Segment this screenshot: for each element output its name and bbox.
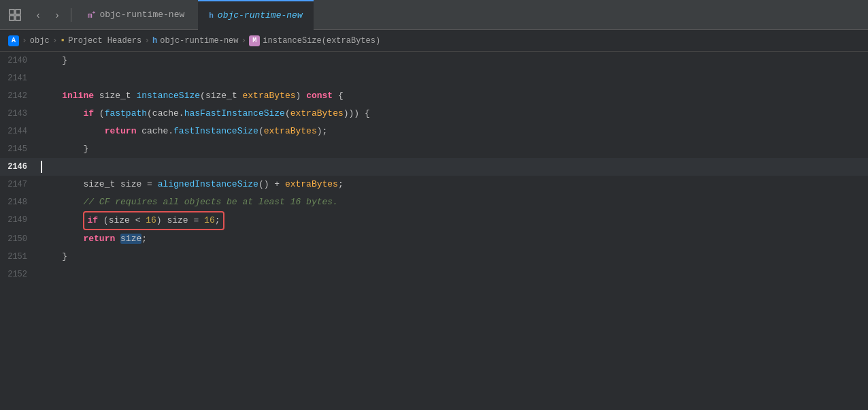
breadcrumb-project-headers[interactable]: Project Headers bbox=[68, 36, 141, 46]
line-num-2141: 2141 bbox=[0, 69, 38, 87]
code-line-2148: 2148 // CF requires all objects be at le… bbox=[0, 193, 868, 211]
line-content-2146 bbox=[38, 158, 868, 176]
line-content-2140: } bbox=[38, 52, 868, 69]
code-line-2151: 2151 } bbox=[0, 248, 868, 266]
code-line-2140: 2140 } bbox=[0, 52, 868, 69]
code-area: 2140 } 2141 2142 inline size_t instanceS… bbox=[0, 52, 868, 410]
line-content-2152 bbox=[38, 266, 868, 283]
breadcrumb-bar: A › objc › ▪ Project Headers › h objc-ru… bbox=[0, 30, 868, 52]
tab-h-label: objc-runtime-new bbox=[218, 10, 303, 20]
breadcrumb-filename[interactable]: objc-runtime-new bbox=[160, 36, 238, 46]
sep3: › bbox=[144, 35, 150, 46]
svg-rect-2 bbox=[10, 16, 14, 20]
line-num-2147: 2147 bbox=[0, 176, 38, 193]
line-num-2140: 2140 bbox=[0, 52, 38, 69]
breadcrumb-m-badge: M bbox=[249, 35, 260, 46]
code-line-2147: 2147 size_t size = alignedInstanceSize()… bbox=[0, 176, 868, 193]
sep4: › bbox=[241, 35, 247, 46]
line-num-2149: 2149 bbox=[0, 211, 38, 230]
code-line-2146: 2146 bbox=[0, 158, 868, 176]
svg-rect-1 bbox=[16, 10, 20, 14]
sep2: › bbox=[52, 35, 58, 46]
breadcrumb-method[interactable]: instanceSize(extraBytes) bbox=[263, 36, 380, 46]
code-line-2150: 2150 return size; bbox=[0, 230, 868, 248]
line-num-2142: 2142 bbox=[0, 87, 38, 105]
line-num-2151: 2151 bbox=[0, 248, 38, 266]
forward-button[interactable]: › bbox=[49, 7, 65, 23]
code-line-2144: 2144 return cache.fastInstanceSize(extra… bbox=[0, 123, 868, 140]
line-num-2145: 2145 bbox=[0, 140, 38, 158]
sep1: › bbox=[22, 35, 27, 46]
line-num-2152: 2152 bbox=[0, 266, 38, 283]
folder-icon: ▪ bbox=[60, 35, 65, 46]
code-line-2149: 2149 if (size < 16) size = 16; bbox=[0, 211, 868, 230]
line-num-2148: 2148 bbox=[0, 193, 38, 211]
line-content-2151: } bbox=[38, 248, 868, 266]
line-num-2143: 2143 bbox=[0, 105, 38, 123]
line-content-2145: } bbox=[38, 140, 868, 158]
red-box-highlight: if (size < 16) size = 16; bbox=[83, 211, 224, 230]
svg-rect-0 bbox=[10, 10, 14, 14]
tab-m-file[interactable]: m+ objc-runtime-new bbox=[77, 0, 195, 30]
app-icon: A bbox=[8, 35, 19, 46]
line-content-2142: inline size_t instanceSize(size_t extraB… bbox=[38, 87, 868, 105]
code-line-2143: 2143 if (fastpath(cache.hasFastInstanceS… bbox=[0, 105, 868, 123]
line-content-2147: size_t size = alignedInstanceSize() + ex… bbox=[38, 176, 868, 193]
title-bar: ‹ › m+ objc-runtime-new h objc-runtime-n… bbox=[0, 0, 868, 30]
line-num-2146: 2146 bbox=[0, 158, 38, 176]
svg-rect-3 bbox=[16, 16, 20, 20]
back-button[interactable]: ‹ bbox=[30, 7, 46, 23]
tab-m-icon: m+ bbox=[88, 10, 95, 20]
line-num-2144: 2144 bbox=[0, 123, 38, 140]
code-line-2141: 2141 bbox=[0, 69, 868, 87]
line-content-2150: return size; bbox=[38, 230, 868, 248]
tab-m-label: objc-runtime-new bbox=[99, 10, 184, 20]
breadcrumb-objc[interactable]: objc bbox=[30, 36, 50, 46]
code-line-2145: 2145 } bbox=[0, 140, 868, 158]
line-content-2149: if (size < 16) size = 16; bbox=[38, 211, 868, 230]
line-content-2143: if (fastpath(cache.hasFastInstanceSize(e… bbox=[38, 105, 868, 123]
breadcrumb-h-label: h bbox=[152, 36, 157, 46]
code-line-2142: 2142 inline size_t instanceSize(size_t e… bbox=[0, 87, 868, 105]
line-num-2150: 2150 bbox=[0, 230, 38, 248]
code-line-2152: 2152 bbox=[0, 266, 868, 283]
line-content-2141 bbox=[38, 69, 868, 87]
line-content-2148: // CF requires all objects be at least 1… bbox=[38, 193, 868, 211]
tab-h-icon: h bbox=[209, 12, 214, 20]
grid-icon bbox=[5, 5, 24, 25]
nav-divider bbox=[71, 8, 71, 22]
tab-h-file[interactable]: h objc-runtime-new bbox=[198, 0, 313, 30]
line-content-2144: return cache.fastInstanceSize(extraBytes… bbox=[38, 123, 868, 140]
